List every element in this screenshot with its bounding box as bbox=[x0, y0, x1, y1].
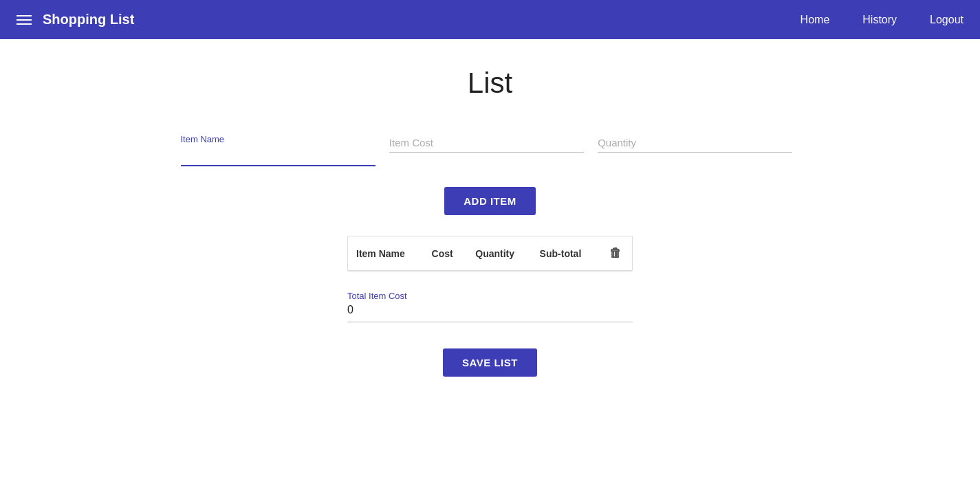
hamburger-menu[interactable] bbox=[17, 15, 32, 25]
item-name-input[interactable] bbox=[181, 147, 375, 166]
total-section: Total Item Cost 0 bbox=[347, 285, 633, 328]
col-delete-all-header: 🗑 bbox=[598, 236, 632, 271]
quantity-input[interactable] bbox=[598, 134, 792, 153]
item-name-label: Item Name bbox=[181, 134, 375, 144]
col-cost-header: Cost bbox=[424, 236, 468, 271]
col-item-name-header: Item Name bbox=[348, 236, 424, 271]
navbar-links: Home History Logout bbox=[801, 14, 963, 26]
quantity-field bbox=[591, 134, 799, 166]
nav-home[interactable]: Home bbox=[801, 14, 830, 26]
nav-history[interactable]: History bbox=[862, 14, 897, 26]
navbar: Shopping List Home History Logout bbox=[0, 0, 980, 39]
col-subtotal-header: Sub-total bbox=[532, 236, 599, 271]
total-value: 0 bbox=[347, 304, 633, 322]
total-label: Total Item Cost bbox=[347, 291, 633, 301]
page-title: List bbox=[468, 67, 512, 100]
items-table: Item Name Cost Quantity Sub-total 🗑 bbox=[348, 236, 632, 271]
main-content: List Item Name ADD ITEM Item Name Cost Q… bbox=[0, 39, 980, 404]
app-brand: Shopping List bbox=[43, 12, 801, 27]
delete-all-icon[interactable]: 🗑 bbox=[609, 246, 622, 260]
col-quantity-header: Quantity bbox=[467, 236, 531, 271]
save-list-button[interactable]: SAVE LIST bbox=[443, 348, 537, 377]
form-row: Item Name bbox=[181, 134, 800, 166]
table-header-row: Item Name Cost Quantity Sub-total 🗑 bbox=[348, 236, 632, 271]
item-cost-field bbox=[382, 134, 591, 166]
item-cost-input[interactable] bbox=[389, 134, 584, 153]
nav-logout[interactable]: Logout bbox=[930, 14, 963, 26]
item-name-field: Item Name bbox=[181, 134, 382, 166]
add-item-button[interactable]: ADD ITEM bbox=[444, 187, 536, 215]
items-table-wrapper: Item Name Cost Quantity Sub-total 🗑 bbox=[347, 236, 633, 271]
